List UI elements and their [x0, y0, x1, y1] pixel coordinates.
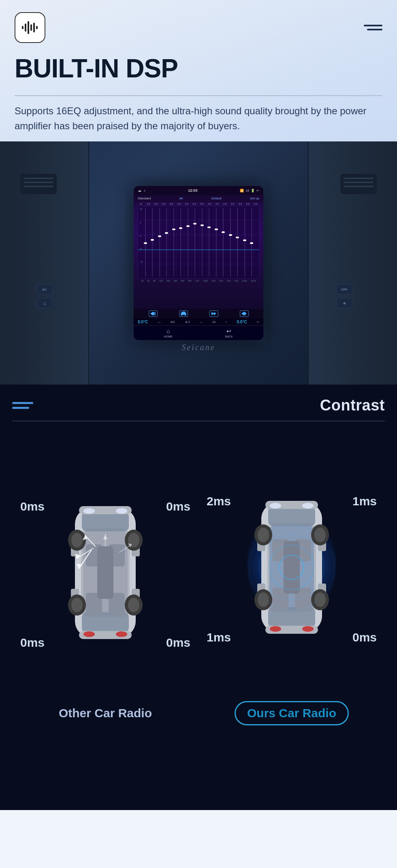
ac-minus[interactable]: —: [200, 321, 203, 323]
svg-marker-7: [152, 312, 154, 315]
svg-rect-23: [82, 612, 129, 633]
fc-9: 1.0k: [195, 280, 199, 282]
eq-q-2: 2.0: [154, 203, 158, 205]
svg-rect-42: [97, 546, 113, 599]
dashboard-image: AC △ OFF ⊕ ☁: [0, 141, 397, 385]
svg-marker-14: [211, 312, 214, 315]
eq-slider-12[interactable]: [220, 206, 227, 278]
eq-slider-4[interactable]: [164, 206, 170, 278]
section-divider: [15, 95, 382, 96]
nav-back-label: BACK: [225, 335, 233, 338]
interior-panel-left: AC △: [0, 141, 89, 385]
eq-q-9: 2.0: [208, 203, 211, 205]
status-right: 📶 18 🔋 ↩: [240, 189, 259, 192]
back-btn[interactable]: ↩: [257, 321, 259, 324]
eq-slider-16[interactable]: [249, 206, 255, 278]
svg-point-73: [258, 592, 269, 607]
eq-preset-default[interactable]: Default: [211, 197, 221, 200]
fc-14: 8.0k: [235, 280, 238, 282]
other-car-timing-bottomright: 0ms: [166, 636, 190, 650]
other-car-label-wrapper: Other Car Radio: [59, 706, 152, 720]
eq-slider-5[interactable]: [171, 206, 177, 278]
interior-panel-right: OFF ⊕: [308, 141, 397, 385]
nav-back[interactable]: ↩ BACK: [225, 328, 233, 338]
eq-fc-values: 30 50 80 125 200 320 500 800 1.0k 1.25k …: [134, 279, 263, 283]
eq-slider-2[interactable]: [149, 206, 156, 278]
contrast-title: Contrast: [320, 397, 385, 414]
fc-8: 800: [188, 280, 191, 282]
cars-comparison: 0ms 0ms 0ms 0ms: [12, 438, 385, 725]
svg-rect-2: [28, 21, 29, 34]
eq-slider-1[interactable]: [142, 206, 149, 278]
hamburger-menu-button[interactable]: [364, 25, 382, 30]
contrast-header: Contrast: [12, 385, 385, 421]
off-button[interactable]: OFF: [336, 284, 352, 295]
signal-icon: 📶: [240, 189, 244, 192]
dsp-screen: ☁ ♪ 12:03 📶 18 🔋 ↩ Standard All Defau: [134, 186, 263, 340]
hazard-button[interactable]: △: [36, 298, 53, 308]
svg-point-81: [270, 503, 281, 509]
mode-button[interactable]: ⊕: [336, 298, 352, 308]
eq-slider-9[interactable]: [199, 206, 205, 278]
back-icon: ↩: [256, 189, 259, 192]
nav-home[interactable]: ⌂ HOME: [164, 328, 173, 338]
mode-icons-bar: [134, 309, 263, 319]
mode-next[interactable]: [209, 310, 218, 317]
eq-controls-bar: Standard All Default Set up: [134, 195, 263, 202]
ac-plus[interactable]: +: [225, 321, 227, 323]
svg-rect-10: [181, 313, 186, 315]
eq-sliders: [142, 206, 255, 278]
eq-q-12: 2.0: [231, 203, 234, 205]
svg-point-44: [116, 508, 127, 514]
eq-q-4: 2.0: [170, 203, 173, 205]
ours-car-timing-bottomleft: 1ms: [207, 631, 231, 644]
eq-q-6: 2.0: [185, 203, 188, 205]
eq-slider-8[interactable]: [192, 206, 198, 278]
fc-7: 500: [181, 280, 184, 282]
eq-q-14: 2.0: [246, 203, 250, 205]
fc-16: 16.0k: [251, 280, 256, 282]
ours-car-container: 2ms 1ms 1ms 0ms: [207, 438, 377, 697]
svg-point-46: [116, 631, 127, 637]
svg-rect-1: [25, 24, 26, 32]
mode-sound[interactable]: [240, 310, 249, 317]
eq-preset-all[interactable]: All: [179, 197, 183, 200]
eq-slider-10[interactable]: [206, 206, 213, 278]
ours-car-label-button[interactable]: Ours Car Radio: [235, 701, 349, 725]
contrast-section: Contrast 0ms 0ms 0ms 0ms: [0, 385, 397, 810]
side-controls-right: OFF ⊕: [336, 284, 361, 312]
ac-temp-right: 0.0°C: [237, 320, 247, 324]
svg-marker-18: [246, 313, 247, 314]
ac-control-bar: 0.0°C — A/C ⊕ 0 — 18 + 0.0°C ↩: [134, 319, 263, 325]
other-car-timing-topright: 0ms: [166, 500, 190, 513]
logo-icon: [19, 17, 41, 38]
mode-speakers[interactable]: [149, 310, 158, 317]
fc-3: 80: [153, 280, 156, 282]
svg-point-75: [314, 592, 326, 607]
eq-slider-13[interactable]: [227, 206, 234, 278]
hero-description: Supports 16EQ adjustment, and the ultra-…: [0, 103, 397, 141]
eq-slider-15[interactable]: [241, 206, 248, 278]
ac-button[interactable]: AC: [36, 284, 53, 295]
screen-bottom-controls: 0.0°C — A/C ⊕ 0 — 18 + 0.0°C ↩ ⌂: [134, 309, 263, 340]
svg-point-35: [71, 598, 83, 612]
eq-slider-7[interactable]: [185, 206, 191, 278]
eq-preset-setup[interactable]: Set up: [250, 197, 259, 200]
fc-4: 125: [159, 280, 162, 282]
svg-point-69: [258, 528, 269, 542]
ours-car-timing-bottomright: 0ms: [352, 631, 377, 644]
eq-slider-3[interactable]: [156, 206, 163, 278]
svg-marker-17: [243, 312, 245, 315]
eq-slider-6[interactable]: [178, 206, 184, 278]
ours-car-svg: [243, 478, 340, 656]
eq-slider-11[interactable]: [213, 206, 220, 278]
vent-slat: [23, 177, 53, 179]
eq-q-8: 2.0: [200, 203, 203, 205]
eq-q-15: 2.0: [254, 203, 257, 205]
eq-q-13: 2.0: [239, 203, 242, 205]
eq-q-label: Q:: [140, 203, 142, 205]
eq-slider-14[interactable]: [235, 206, 241, 278]
mode-car[interactable]: [179, 310, 188, 317]
svg-point-37: [128, 598, 139, 612]
other-car-section: 0ms 0ms 0ms 0ms: [20, 443, 190, 720]
